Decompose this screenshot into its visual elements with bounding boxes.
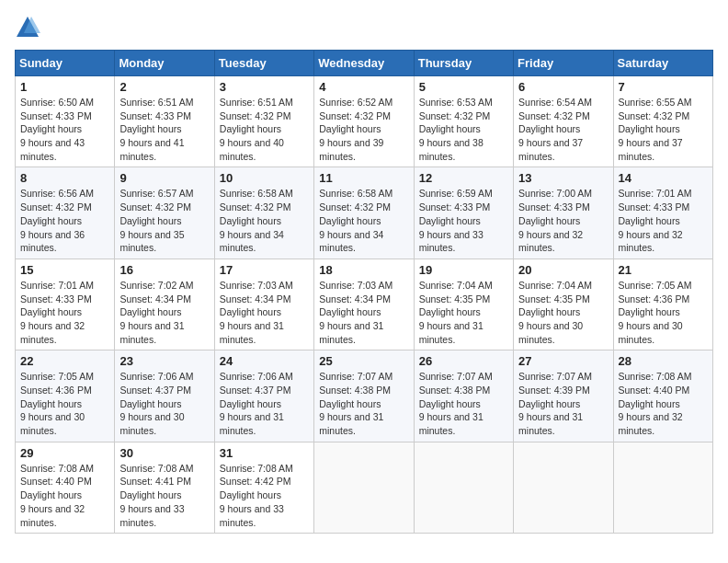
calendar-week-row: 22 Sunrise: 7:05 AM Sunset: 4:36 PM Dayl… [16,350,713,442]
calendar-cell: 29 Sunrise: 7:08 AM Sunset: 4:40 PM Dayl… [16,442,115,533]
calendar-cell: 7 Sunrise: 6:55 AM Sunset: 4:32 PM Dayli… [613,76,712,167]
day-number: 11 [319,171,408,185]
day-info: Sunrise: 6:57 AM Sunset: 4:32 PM Dayligh… [119,187,209,254]
calendar-table: SundayMondayTuesdayWednesdayThursdayFrid… [15,50,713,534]
day-number: 12 [419,171,508,185]
day-number: 24 [220,354,309,368]
day-number: 31 [220,446,309,460]
day-info: Sunrise: 7:03 AM Sunset: 4:34 PM Dayligh… [220,279,309,346]
calendar-cell [414,442,513,533]
calendar-cell: 23 Sunrise: 7:06 AM Sunset: 4:37 PM Dayl… [115,350,214,442]
calendar-cell: 8 Sunrise: 6:56 AM Sunset: 4:32 PM Dayli… [16,167,115,259]
day-info: Sunrise: 6:51 AM Sunset: 4:33 PM Dayligh… [119,96,209,163]
day-number: 27 [518,354,608,368]
day-info: Sunrise: 7:08 AM Sunset: 4:40 PM Dayligh… [619,370,708,437]
calendar-cell: 20 Sunrise: 7:04 AM Sunset: 4:35 PM Dayl… [514,259,613,350]
day-info: Sunrise: 6:52 AM Sunset: 4:32 PM Dayligh… [319,96,408,163]
day-info: Sunrise: 7:04 AM Sunset: 4:35 PM Dayligh… [419,279,508,346]
calendar-cell: 9 Sunrise: 6:57 AM Sunset: 4:32 PM Dayli… [115,167,214,259]
day-info: Sunrise: 6:56 AM Sunset: 4:32 PM Dayligh… [20,187,109,254]
day-info: Sunrise: 7:05 AM Sunset: 4:36 PM Dayligh… [619,279,708,346]
calendar-cell: 27 Sunrise: 7:07 AM Sunset: 4:39 PM Dayl… [514,350,613,442]
calendar-week-row: 8 Sunrise: 6:56 AM Sunset: 4:32 PM Dayli… [16,167,713,259]
day-number: 23 [119,354,209,368]
calendar-cell: 5 Sunrise: 6:53 AM Sunset: 4:32 PM Dayli… [414,76,513,167]
day-info: Sunrise: 7:05 AM Sunset: 4:36 PM Dayligh… [20,370,109,437]
weekday-sunday: Sunday [16,51,115,76]
day-info: Sunrise: 7:03 AM Sunset: 4:34 PM Dayligh… [319,279,408,346]
day-info: Sunrise: 6:59 AM Sunset: 4:33 PM Dayligh… [419,187,508,254]
day-info: Sunrise: 6:58 AM Sunset: 4:32 PM Dayligh… [220,187,309,254]
calendar-cell: 22 Sunrise: 7:05 AM Sunset: 4:36 PM Dayl… [16,350,115,442]
day-info: Sunrise: 7:06 AM Sunset: 4:37 PM Dayligh… [220,370,309,437]
calendar-cell: 12 Sunrise: 6:59 AM Sunset: 4:33 PM Dayl… [414,167,513,259]
day-info: Sunrise: 7:08 AM Sunset: 4:42 PM Dayligh… [220,462,309,529]
calendar-cell: 19 Sunrise: 7:04 AM Sunset: 4:35 PM Dayl… [414,259,513,350]
calendar-cell: 1 Sunrise: 6:50 AM Sunset: 4:33 PM Dayli… [16,76,115,167]
day-info: Sunrise: 7:00 AM Sunset: 4:33 PM Dayligh… [518,187,608,254]
day-number: 15 [20,263,109,277]
day-number: 28 [619,354,708,368]
day-number: 29 [20,446,109,460]
calendar-cell: 10 Sunrise: 6:58 AM Sunset: 4:32 PM Dayl… [214,167,313,259]
day-number: 18 [319,263,408,277]
calendar-cell: 26 Sunrise: 7:07 AM Sunset: 4:38 PM Dayl… [414,350,513,442]
calendar-header: SundayMondayTuesdayWednesdayThursdayFrid… [16,51,713,76]
day-number: 17 [220,263,309,277]
calendar-cell [514,442,613,533]
day-number: 19 [419,263,508,277]
calendar-cell: 30 Sunrise: 7:08 AM Sunset: 4:41 PM Dayl… [115,442,214,533]
day-info: Sunrise: 7:04 AM Sunset: 4:35 PM Dayligh… [518,279,608,346]
calendar-cell: 2 Sunrise: 6:51 AM Sunset: 4:33 PM Dayli… [115,76,214,167]
weekday-friday: Friday [514,51,613,76]
day-info: Sunrise: 7:08 AM Sunset: 4:40 PM Dayligh… [20,462,109,529]
calendar-body: 1 Sunrise: 6:50 AM Sunset: 4:33 PM Dayli… [16,76,713,534]
day-info: Sunrise: 6:58 AM Sunset: 4:32 PM Dayligh… [319,187,408,254]
day-number: 14 [619,171,708,185]
calendar-cell: 16 Sunrise: 7:02 AM Sunset: 4:34 PM Dayl… [115,259,214,350]
day-info: Sunrise: 7:06 AM Sunset: 4:37 PM Dayligh… [119,370,209,437]
day-number: 22 [20,354,109,368]
day-info: Sunrise: 7:07 AM Sunset: 4:39 PM Dayligh… [518,370,608,437]
weekday-header-row: SundayMondayTuesdayWednesdayThursdayFrid… [16,51,713,76]
calendar-cell: 14 Sunrise: 7:01 AM Sunset: 4:33 PM Dayl… [613,167,712,259]
calendar-cell [314,442,414,533]
logo-icon [15,15,40,40]
day-number: 30 [119,446,209,460]
day-number: 21 [619,263,708,277]
day-info: Sunrise: 6:51 AM Sunset: 4:32 PM Dayligh… [220,96,309,163]
day-number: 20 [518,263,608,277]
calendar-cell: 3 Sunrise: 6:51 AM Sunset: 4:32 PM Dayli… [214,76,313,167]
day-info: Sunrise: 6:53 AM Sunset: 4:32 PM Dayligh… [419,96,508,163]
calendar-cell: 6 Sunrise: 6:54 AM Sunset: 4:32 PM Dayli… [514,76,613,167]
day-info: Sunrise: 7:07 AM Sunset: 4:38 PM Dayligh… [419,370,508,437]
day-info: Sunrise: 7:07 AM Sunset: 4:38 PM Dayligh… [319,370,408,437]
day-number: 2 [119,80,209,94]
day-number: 6 [518,80,608,94]
day-info: Sunrise: 6:50 AM Sunset: 4:33 PM Dayligh… [20,96,109,163]
day-number: 4 [319,80,408,94]
calendar-cell: 31 Sunrise: 7:08 AM Sunset: 4:42 PM Dayl… [214,442,313,533]
calendar-cell: 25 Sunrise: 7:07 AM Sunset: 4:38 PM Dayl… [314,350,414,442]
calendar-cell: 13 Sunrise: 7:00 AM Sunset: 4:33 PM Dayl… [514,167,613,259]
day-number: 26 [419,354,508,368]
weekday-tuesday: Tuesday [214,51,313,76]
weekday-monday: Monday [115,51,214,76]
day-number: 3 [220,80,309,94]
calendar-cell: 4 Sunrise: 6:52 AM Sunset: 4:32 PM Dayli… [314,76,414,167]
calendar-cell: 28 Sunrise: 7:08 AM Sunset: 4:40 PM Dayl… [613,350,712,442]
day-info: Sunrise: 7:01 AM Sunset: 4:33 PM Dayligh… [619,187,708,254]
day-number: 8 [20,171,109,185]
day-info: Sunrise: 6:55 AM Sunset: 4:32 PM Dayligh… [619,96,708,163]
calendar-week-row: 1 Sunrise: 6:50 AM Sunset: 4:33 PM Dayli… [16,76,713,167]
calendar-week-row: 15 Sunrise: 7:01 AM Sunset: 4:33 PM Dayl… [16,259,713,350]
day-number: 16 [119,263,209,277]
calendar-cell: 15 Sunrise: 7:01 AM Sunset: 4:33 PM Dayl… [16,259,115,350]
logo [15,15,44,40]
calendar-cell: 11 Sunrise: 6:58 AM Sunset: 4:32 PM Dayl… [314,167,414,259]
day-number: 13 [518,171,608,185]
calendar-cell: 18 Sunrise: 7:03 AM Sunset: 4:34 PM Dayl… [314,259,414,350]
weekday-saturday: Saturday [613,51,712,76]
day-info: Sunrise: 7:08 AM Sunset: 4:41 PM Dayligh… [119,462,209,529]
day-number: 7 [619,80,708,94]
